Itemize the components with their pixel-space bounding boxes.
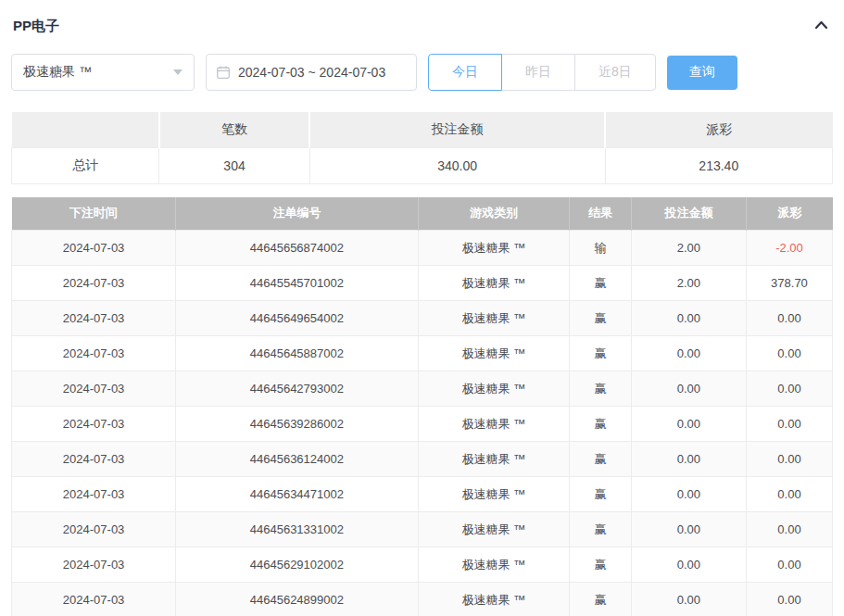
cell-payout: 0.00 xyxy=(746,442,832,477)
cell-bet-amount: 0.00 xyxy=(631,407,746,442)
cell-bet-amount: 0.00 xyxy=(631,477,746,512)
cell-order-id: 44645545701002 xyxy=(176,266,418,301)
cell-result: 赢 xyxy=(570,512,631,547)
cell-bet-amount: 0.00 xyxy=(631,371,746,407)
page-title: PP电子 xyxy=(13,18,59,35)
cell-payout: -2.00 xyxy=(746,231,832,266)
chevron-up-icon xyxy=(813,19,829,34)
panel-header: PP电子 xyxy=(11,0,833,35)
caret-down-icon xyxy=(173,69,183,75)
cell-result: 赢 xyxy=(570,407,631,442)
cell-game-type: 极速糖果 ™ xyxy=(418,266,570,301)
cell-payout: 378.70 xyxy=(746,266,832,301)
cell-game-type: 极速糖果 ™ xyxy=(418,371,570,407)
summary-table: 笔数 投注金额 派彩 总计 304 340.00 213.40 xyxy=(11,112,833,184)
table-row: 2024-07-0344645545701002极速糖果 ™赢2.00378.7… xyxy=(12,266,833,301)
cell-payout: 0.00 xyxy=(746,407,832,442)
quick-range-button-0[interactable]: 今日 xyxy=(428,54,502,91)
summary-header-blank xyxy=(12,112,159,147)
pp-games-panel: PP电子 极速糖果 ™ 2024-07-03 ~ 2024 xyxy=(0,0,844,616)
table-row: 2024-07-0344645656874002极速糖果 ™输2.00-2.00 xyxy=(12,231,833,266)
summary-header-count: 笔数 xyxy=(159,112,309,147)
table-row: 2024-07-0344645636124002极速糖果 ™赢0.000.00 xyxy=(12,442,833,477)
cell-order-id: 44645624899002 xyxy=(176,583,418,616)
cell-result: 赢 xyxy=(570,442,631,477)
cell-bet-amount: 0.00 xyxy=(631,301,746,336)
cell-result: 赢 xyxy=(570,371,631,407)
cell-result: 赢 xyxy=(570,301,631,336)
cell-bet-amount: 0.00 xyxy=(631,512,746,547)
cell-order-id: 44645629102002 xyxy=(176,547,418,583)
table-row: 2024-07-0344645624899002极速糖果 ™赢0.000.00 xyxy=(12,583,833,616)
table-row: 2024-07-0344645649654002极速糖果 ™赢0.000.00 xyxy=(12,301,833,336)
cell-order-id: 44645639286002 xyxy=(176,407,418,442)
summary-total-count: 304 xyxy=(159,147,309,183)
filter-toolbar: 极速糖果 ™ 2024-07-03 ~ 2024-07-03 今日昨日近8日 查… xyxy=(11,54,833,91)
cell-bet-time: 2024-07-03 xyxy=(12,371,176,407)
cell-payout: 0.00 xyxy=(746,547,832,583)
summary-total-row: 总计 304 340.00 213.40 xyxy=(12,147,833,183)
bet-header-order-id: 注单编号 xyxy=(176,197,418,231)
cell-bet-amount: 0.00 xyxy=(631,336,746,371)
cell-bet-time: 2024-07-03 xyxy=(12,336,176,371)
cell-bet-time: 2024-07-03 xyxy=(12,583,176,616)
cell-bet-time: 2024-07-03 xyxy=(12,231,176,266)
table-row: 2024-07-0344645642793002极速糖果 ™赢0.000.00 xyxy=(12,371,833,407)
bet-records-table: 下注时间注单编号游戏类别结果投注金额派彩 2024-07-03446456568… xyxy=(11,197,833,616)
cell-result: 赢 xyxy=(570,266,631,301)
cell-game-type: 极速糖果 ™ xyxy=(418,336,570,371)
date-range-value: 2024-07-03 ~ 2024-07-03 xyxy=(238,65,385,80)
cell-order-id: 44645656874002 xyxy=(176,231,418,266)
cell-game-type: 极速糖果 ™ xyxy=(418,231,570,266)
cell-bet-amount: 2.00 xyxy=(631,266,746,301)
cell-game-type: 极速糖果 ™ xyxy=(418,442,570,477)
date-range-picker[interactable]: 2024-07-03 ~ 2024-07-03 xyxy=(206,54,417,91)
bet-table-body: 2024-07-0344645656874002极速糖果 ™输2.00-2.00… xyxy=(12,231,833,616)
cell-order-id: 44645636124002 xyxy=(176,442,418,477)
table-row: 2024-07-0344645631331002极速糖果 ™赢0.000.00 xyxy=(12,512,833,547)
cell-bet-time: 2024-07-03 xyxy=(12,266,176,301)
summary-total-label: 总计 xyxy=(12,147,159,183)
cell-bet-amount: 2.00 xyxy=(631,231,746,266)
collapse-panel-button[interactable] xyxy=(813,19,829,34)
table-row: 2024-07-0344645629102002极速糖果 ™赢0.000.00 xyxy=(12,547,833,583)
cell-game-type: 极速糖果 ™ xyxy=(418,407,570,442)
bet-header-bet-amount: 投注金额 xyxy=(631,197,746,231)
search-button[interactable]: 查询 xyxy=(667,56,737,90)
bet-header-bet-time: 下注时间 xyxy=(12,197,176,231)
cell-bet-time: 2024-07-03 xyxy=(12,547,176,583)
cell-payout: 0.00 xyxy=(746,583,832,616)
cell-payout: 0.00 xyxy=(746,371,832,407)
cell-game-type: 极速糖果 ™ xyxy=(418,547,570,583)
cell-order-id: 44645642793002 xyxy=(176,371,418,407)
bet-header-payout: 派彩 xyxy=(746,197,832,231)
cell-bet-amount: 0.00 xyxy=(631,547,746,583)
cell-bet-time: 2024-07-03 xyxy=(12,442,176,477)
cell-payout: 0.00 xyxy=(746,477,832,512)
calendar-icon xyxy=(216,65,231,80)
cell-bet-time: 2024-07-03 xyxy=(12,512,176,547)
quick-range-button-1[interactable]: 昨日 xyxy=(501,54,575,91)
cell-bet-amount: 0.00 xyxy=(631,583,746,616)
cell-order-id: 44645649654002 xyxy=(176,301,418,336)
cell-game-type: 极速糖果 ™ xyxy=(418,512,570,547)
cell-bet-time: 2024-07-03 xyxy=(12,407,176,442)
cell-result: 赢 xyxy=(570,336,631,371)
cell-result: 输 xyxy=(570,231,631,266)
summary-header-row: 笔数 投注金额 派彩 xyxy=(12,112,833,147)
cell-payout: 0.00 xyxy=(746,512,832,547)
cell-result: 赢 xyxy=(570,583,631,616)
cell-payout: 0.00 xyxy=(746,301,832,336)
table-row: 2024-07-0344645645887002极速糖果 ™赢0.000.00 xyxy=(12,336,833,371)
cell-game-type: 极速糖果 ™ xyxy=(418,583,570,616)
bet-header-game-type: 游戏类别 xyxy=(418,197,570,231)
cell-bet-amount: 0.00 xyxy=(631,442,746,477)
summary-header-bet-amount: 投注金额 xyxy=(309,112,605,147)
game-select[interactable]: 极速糖果 ™ xyxy=(11,54,195,91)
quick-range-button-2[interactable]: 近8日 xyxy=(574,54,656,91)
bet-header-result: 结果 xyxy=(570,197,631,231)
table-row: 2024-07-0344645639286002极速糖果 ™赢0.000.00 xyxy=(12,407,833,442)
cell-order-id: 44645645887002 xyxy=(176,336,418,371)
summary-total-payout: 213.40 xyxy=(605,147,832,183)
quick-range-group: 今日昨日近8日 xyxy=(428,54,656,91)
